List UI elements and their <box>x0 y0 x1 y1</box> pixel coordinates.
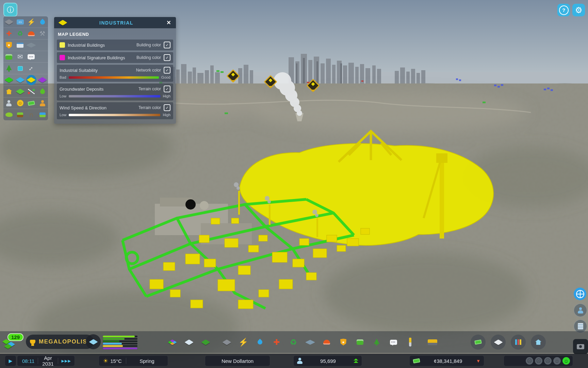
toolbar-zoning-button[interactable] <box>166 335 178 349</box>
infoview-zone-industrial[interactable] <box>26 75 36 85</box>
infoview-education[interactable] <box>26 40 36 50</box>
money-box[interactable]: ¢38,341,849 ▼ <box>409 355 484 366</box>
toolbar-education-button[interactable] <box>304 335 316 349</box>
infoview-statistics-lines[interactable] <box>26 87 36 97</box>
infoview-mail[interactable]: ✉ <box>15 52 25 62</box>
milestone-name-pill[interactable]: MEGALOPOLIS <box>26 335 94 349</box>
infoview-electricity[interactable]: ⚡ <box>26 17 36 27</box>
education-icon <box>27 41 36 50</box>
toolbar-roads-button[interactable] <box>220 335 233 349</box>
roads-icon <box>222 337 232 347</box>
toolbar-info-views-button[interactable] <box>531 335 546 350</box>
police-icon: ★ <box>4 41 14 50</box>
infoview-routes[interactable]: ↕ <box>26 63 36 74</box>
legend-checkbox[interactable]: ✓ <box>164 67 170 74</box>
infoview-vehicles[interactable]: ▭ <box>15 17 25 27</box>
milestone-progress[interactable]: 129 <box>3 333 24 351</box>
infoview-workers[interactable] <box>37 98 48 108</box>
soil-pollution-icon <box>16 110 25 119</box>
infoview-roads[interactable] <box>4 17 14 27</box>
toolbar-police-button[interactable]: ★ <box>337 335 349 349</box>
infoview-tourism[interactable] <box>15 63 25 74</box>
infoview-communications[interactable]: ••• <box>26 52 36 62</box>
toolbar-economy-button[interactable] <box>471 335 486 350</box>
citizens-button[interactable] <box>574 304 587 317</box>
healthcare-icon: ✚ <box>4 29 14 38</box>
legend-checkbox[interactable]: ✓ <box>164 86 170 92</box>
infoview-garbage[interactable]: ♻ <box>15 29 25 39</box>
city-progression-button[interactable] <box>86 334 101 349</box>
toolbar-garbage-button[interactable]: ♻ <box>287 335 299 349</box>
toolbar-water-button[interactable] <box>254 335 266 349</box>
vehicles-icon: ▭ <box>16 17 25 27</box>
play-icon: ▶ <box>9 358 13 364</box>
communications-icon: ••• <box>388 337 398 347</box>
city-name: New Dollarton <box>222 358 254 364</box>
toolbar-healthcare-button[interactable]: ✚ <box>271 335 283 349</box>
legend-checkbox[interactable]: ✓ <box>164 104 170 111</box>
infoview-growth[interactable] <box>37 87 48 97</box>
zoning-icon <box>167 337 177 347</box>
money-icon <box>413 358 420 363</box>
infoview-healthcare[interactable]: ✚ <box>4 29 14 39</box>
map-overview-button[interactable] <box>574 288 586 300</box>
toolbar-landscaping-button[interactable] <box>404 335 416 349</box>
toolbar-city-statistics-button[interactable] <box>511 335 526 350</box>
map-marker-industrial-area[interactable] <box>264 76 275 88</box>
globe-icon <box>576 290 584 298</box>
city-icon <box>89 339 98 345</box>
infoview-money[interactable] <box>26 98 36 108</box>
help-button[interactable]: ? <box>557 4 570 16</box>
infoview-parks-recreation[interactable] <box>4 63 14 74</box>
happiness-box[interactable]: ☹☹☹☺☺ <box>504 355 573 366</box>
infoview-zone-residential[interactable] <box>4 75 14 85</box>
infoview-soil-pollution[interactable] <box>15 110 25 120</box>
map-marker-industrial-area[interactable] <box>227 70 238 82</box>
water-icon <box>255 337 265 347</box>
info-button[interactable]: ⓘ <box>3 3 17 17</box>
fast-forward-button[interactable]: ▶▶▶ <box>58 359 75 363</box>
infoview-water-pollution[interactable] <box>37 110 48 120</box>
toolbar-transportation-overview-button[interactable] <box>491 335 506 350</box>
infoview-water[interactable] <box>37 17 48 27</box>
population-box[interactable]: 95,699 <box>293 355 362 366</box>
toolbar-bulldozer-button[interactable] <box>426 335 439 349</box>
legend-checkbox[interactable]: ✓ <box>164 54 170 61</box>
toolbar-communications-button[interactable]: ••• <box>387 335 399 349</box>
close-icon[interactable]: ✕ <box>165 19 173 26</box>
toolbar-transit-button[interactable] <box>354 335 366 349</box>
residential-demand-icon <box>4 87 14 96</box>
city-name-box[interactable]: New Dollarton <box>205 355 270 366</box>
education-icon <box>305 337 315 347</box>
legend-checkbox[interactable]: ✓ <box>164 42 170 48</box>
infoview-administration[interactable] <box>15 40 25 50</box>
infoview-zone-commercial[interactable] <box>15 75 25 85</box>
scale-gradient-bar <box>69 76 159 79</box>
infoview-maintenance[interactable]: ⚒ <box>37 29 48 39</box>
population-icon <box>4 98 14 108</box>
toolbar-parks-recreation-button[interactable] <box>371 335 383 349</box>
infoview-population[interactable] <box>4 98 14 108</box>
infoview-zone-office[interactable] <box>37 75 48 85</box>
infoview-ground-pollution[interactable] <box>4 110 14 120</box>
map-marker-industrial-area[interactable] <box>307 79 318 92</box>
infoview-police[interactable]: ★ <box>4 40 14 50</box>
infoview-happiness[interactable]: ☺ <box>15 98 25 108</box>
infoview-residential-demand[interactable] <box>4 87 14 97</box>
transit-icon <box>355 337 365 347</box>
scale-max-label: High <box>163 113 170 117</box>
infoview-land-value[interactable] <box>15 87 25 97</box>
toolbar-districts-button[interactable] <box>183 335 195 349</box>
milestone-name: MEGALOPOLIS <box>39 338 87 345</box>
toolbar-fire-rescue-button[interactable] <box>321 335 333 349</box>
happiness-face-sad: ☹ <box>535 357 542 365</box>
infoview-noise-pollution[interactable]: ∩ <box>26 110 36 120</box>
play-pause-button[interactable]: ▶ <box>5 355 16 366</box>
signature-buildings-icon <box>200 337 211 347</box>
infoview-transit[interactable] <box>4 52 14 62</box>
toolbar-electricity-button[interactable]: ⚡ <box>237 335 249 349</box>
toolbar-group-services: ⚡✚♻★••• <box>220 335 416 349</box>
toolbar-signature-buildings-button[interactable] <box>199 335 212 349</box>
infoview-fire-rescue[interactable] <box>26 29 36 39</box>
settings-button[interactable]: ⚙ <box>572 4 585 16</box>
